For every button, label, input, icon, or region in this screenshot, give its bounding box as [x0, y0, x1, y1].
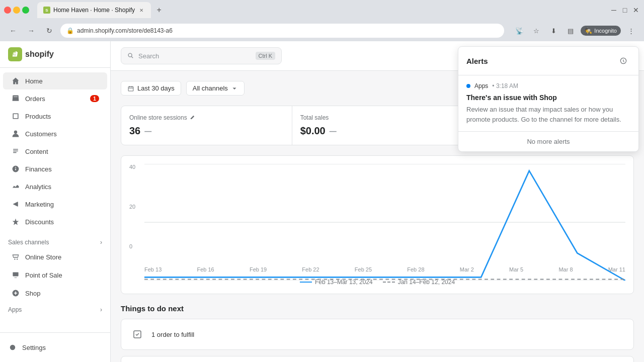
chart-container: 40 20 0 Feb [121, 155, 634, 294]
pos-icon [11, 270, 20, 280]
clock-icon [619, 57, 627, 65]
sidebar-item-finances[interactable]: Finances [3, 160, 107, 177]
alerts-history-button[interactable] [616, 54, 630, 68]
incognito-button[interactable]: 🕵️ Incognito [581, 26, 621, 36]
sales-channels-section[interactable]: Sales channels › [0, 235, 110, 248]
sidebar-item-products-label: Products [25, 113, 99, 120]
edit-icon[interactable] [189, 115, 195, 121]
finances-icon [11, 164, 20, 173]
sessions-value: 36 [129, 125, 140, 137]
download-button[interactable]: ⬇ [546, 24, 560, 38]
sidebar-item-home[interactable]: Home [3, 72, 107, 89]
sidebar-item-analytics[interactable]: Analytics [3, 178, 107, 195]
sales-card: Get your first 10 sales ••• ∧ Consider t… [121, 356, 634, 362]
chart-area: 40 20 0 [129, 164, 625, 264]
chevron-right-icon-apps: › [100, 306, 102, 313]
sidebar-toggle-button[interactable]: ▤ [564, 24, 578, 38]
todo-item-fulfill[interactable]: 1 order to fulfill [121, 319, 634, 350]
date-filter-button[interactable]: Last 30 days [121, 81, 181, 96]
window-controls [4, 7, 29, 14]
reload-button[interactable]: ↻ [42, 24, 56, 38]
url-text: admin.shopify.com/store/de8143-a6 [77, 27, 173, 34]
incognito-label: Incognito [594, 28, 617, 34]
tab-close-button[interactable]: ✕ [138, 7, 145, 14]
sidebar-item-discounts-label: Discounts [25, 218, 99, 226]
sidebar-item-pos-label: Point of Sale [25, 272, 99, 279]
things-to-do-title: Things to do next [121, 304, 634, 313]
minimize-button[interactable]: ─ [610, 6, 618, 14]
chart-y-labels: 40 20 0 [129, 164, 144, 249]
browser-actions: 📡 ☆ ⬇ ▤ 🕵️ Incognito ⋮ [512, 24, 638, 38]
shopify-icon [8, 47, 22, 61]
sidebar: shopify Home Orders 1 P [0, 41, 111, 362]
sidebar-item-shop[interactable]: Shop [3, 285, 107, 302]
sidebar-item-products[interactable]: Products [3, 108, 107, 125]
sales-dash: — [330, 127, 337, 135]
alert-meta: Apps • 3:18 AM [466, 82, 630, 89]
home-icon [11, 76, 20, 85]
legend-current-line [300, 282, 312, 283]
shopify-svg [11, 50, 20, 59]
minimize-window-button[interactable] [13, 7, 20, 14]
forward-button[interactable]: → [24, 24, 38, 38]
sessions-dash: — [144, 127, 151, 135]
alert-description: Review an issue that may impact sales or… [466, 105, 630, 124]
search-icon [127, 52, 134, 59]
sidebar-item-marketing[interactable]: Marketing [3, 196, 107, 213]
back-button[interactable]: ← [6, 24, 20, 38]
alerts-header-actions [598, 54, 630, 68]
sidebar-item-shop-label: Shop [25, 290, 99, 297]
alerts-overlay: Alerts Apps • 3:18 AM There's an issue w… [458, 46, 639, 152]
sidebar-item-marketing-label: Marketing [25, 201, 99, 208]
sales-value: $0.00 [300, 125, 326, 137]
sidebar-item-content-label: Content [25, 148, 99, 155]
orders-icon [11, 94, 20, 103]
channel-filter-button[interactable]: All channels [186, 81, 245, 96]
alert-time: • 3:18 AM [492, 82, 518, 89]
address-bar[interactable]: 🔒 admin.shopify.com/store/de8143-a6 [60, 24, 504, 38]
chevron-down-icon [231, 85, 238, 92]
search-bar[interactable]: Search Ctrl K [121, 47, 282, 64]
y-label-0: 0 [129, 243, 144, 249]
app: shopify Home Orders 1 P [0, 41, 644, 362]
fulfill-label: 1 order to fulfill [151, 331, 194, 338]
restore-button[interactable]: □ [621, 6, 629, 14]
active-tab[interactable]: S Home Haven · Home · Shopify ✕ [37, 2, 151, 18]
main-content: Search Ctrl K 1 Home Haven HH Last 30 da… [111, 41, 644, 362]
discounts-icon [11, 217, 20, 226]
address-bar-row: ← → ↻ 🔒 admin.shopify.com/store/de8143-a… [0, 20, 644, 41]
sidebar-item-customers[interactable]: Customers [3, 125, 107, 142]
tab-title: Home Haven · Home · Shopify [53, 7, 135, 14]
sidebar-item-point-of-sale[interactable]: Point of Sale [3, 266, 107, 284]
new-tab-button[interactable]: + [153, 4, 165, 16]
close-button[interactable]: ✕ [632, 6, 640, 14]
customers-icon [11, 129, 20, 138]
sidebar-item-online-store[interactable]: Online Store [3, 248, 107, 265]
sidebar-item-orders[interactable]: Orders 1 [3, 90, 107, 107]
orders-badge: 1 [90, 95, 99, 102]
svg-rect-3 [128, 86, 133, 90]
cast-button[interactable]: 📡 [512, 24, 526, 38]
alerts-filter-button[interactable] [598, 54, 612, 68]
calendar-icon [127, 85, 134, 92]
close-window-button[interactable] [4, 7, 11, 14]
stat-card-sessions: Online store sessions 36 — [121, 106, 292, 145]
legend-previous-line [383, 282, 395, 283]
more-button[interactable]: ⋮ [624, 24, 638, 38]
chevron-right-icon: › [100, 239, 102, 246]
sidebar-item-content[interactable]: Content [3, 143, 107, 160]
maximize-window-button[interactable] [22, 7, 29, 14]
svg-point-2 [128, 53, 132, 57]
sidebar-item-settings[interactable]: Settings [8, 339, 102, 356]
alerts-header: Alerts [458, 47, 638, 75]
bookmark-button[interactable]: ☆ [529, 24, 543, 38]
sidebar-item-discounts[interactable]: Discounts [3, 213, 107, 230]
apps-section[interactable]: Apps › [0, 302, 110, 315]
sidebar-item-finances-label: Finances [25, 165, 99, 173]
sidebar-header: shopify [0, 41, 110, 68]
shopify-logo: shopify [8, 47, 54, 61]
sidebar-item-analytics-label: Analytics [25, 183, 99, 191]
filter-icon [601, 57, 609, 65]
stat-card-sales: Total sales $0.00 — [292, 106, 463, 145]
chart-svg [144, 164, 625, 281]
